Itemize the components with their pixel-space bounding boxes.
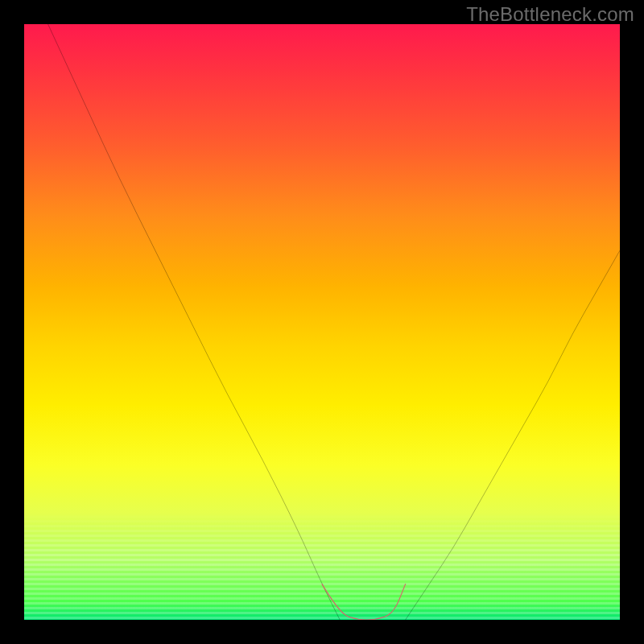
curve-right	[406, 250, 620, 620]
chart-frame: TheBottleneck.com	[0, 0, 644, 644]
watermark-text: TheBottleneck.com	[466, 3, 634, 26]
curve-left	[48, 24, 341, 620]
chart-svg	[24, 24, 620, 620]
valley-floor	[322, 584, 406, 620]
plot-area	[24, 24, 620, 620]
